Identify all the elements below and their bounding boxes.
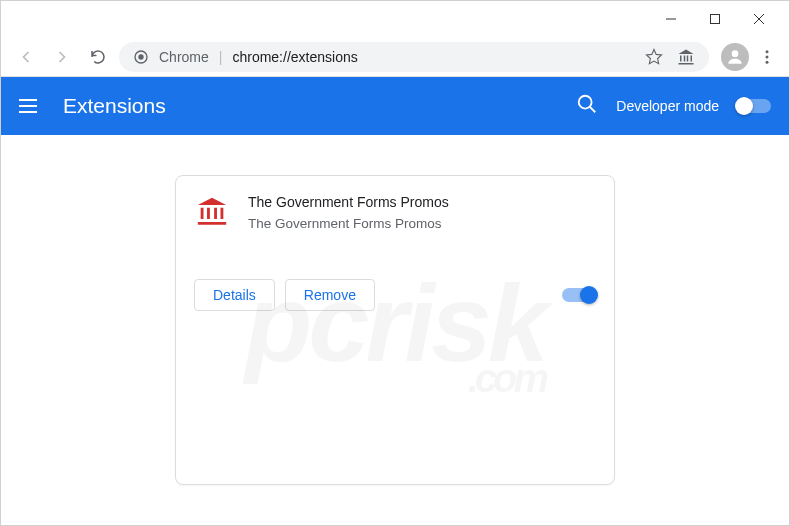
extension-enable-toggle[interactable] <box>562 288 596 302</box>
window-controls <box>649 1 789 37</box>
extension-description: The Government Forms Promos <box>248 216 596 231</box>
svg-point-2 <box>138 54 143 59</box>
svg-rect-0 <box>711 15 720 24</box>
details-button[interactable]: Details <box>194 279 275 311</box>
page-title: Extensions <box>63 94 166 118</box>
back-button[interactable] <box>11 42 41 72</box>
extension-name: The Government Forms Promos <box>248 194 596 210</box>
omnibox-url: chrome://extensions <box>232 49 357 65</box>
svg-point-3 <box>732 50 739 57</box>
browser-tab[interactable]: Extensions <box>13 0 253 1</box>
maximize-button[interactable] <box>693 4 737 34</box>
forward-button[interactable] <box>47 42 77 72</box>
tab-strip: Extensions <box>1 0 649 1</box>
content-area: pcrisk.com The Government Forms Promos T… <box>1 135 789 525</box>
svg-point-7 <box>579 96 592 109</box>
omnibox-prefix: Chrome <box>159 49 209 65</box>
extension-card: The Government Forms Promos The Governme… <box>175 175 615 485</box>
remove-button[interactable]: Remove <box>285 279 375 311</box>
extension-icon <box>194 194 230 230</box>
address-bar[interactable]: Chrome | chrome://extensions <box>119 42 709 72</box>
institution-icon[interactable] <box>677 48 695 66</box>
star-icon[interactable] <box>645 48 663 66</box>
svg-point-5 <box>766 55 769 58</box>
menu-button[interactable] <box>755 48 779 66</box>
developer-mode-toggle[interactable] <box>737 99 771 113</box>
reload-button[interactable] <box>83 42 113 72</box>
close-window-button[interactable] <box>737 4 781 34</box>
chrome-icon <box>133 49 149 65</box>
menu-icon[interactable] <box>19 94 43 118</box>
search-icon[interactable] <box>576 93 598 119</box>
profile-avatar[interactable] <box>721 43 749 71</box>
developer-mode-label: Developer mode <box>616 98 719 114</box>
svg-point-6 <box>766 60 769 63</box>
svg-point-4 <box>766 50 769 53</box>
extensions-header: Extensions Developer mode <box>1 77 789 135</box>
minimize-button[interactable] <box>649 4 693 34</box>
browser-toolbar: Chrome | chrome://extensions <box>1 37 789 77</box>
